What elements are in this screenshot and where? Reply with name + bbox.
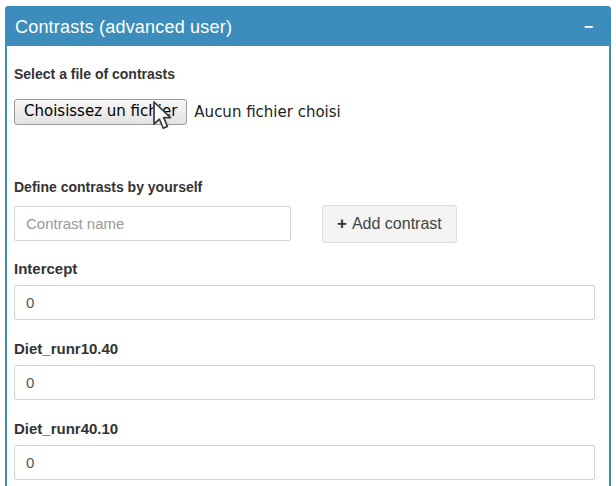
file-input: Choisissez un fichier Aucun fichier choi…: [14, 99, 595, 125]
contrast-value-input-intercept[interactable]: [14, 285, 595, 320]
contrasts-panel: Contrasts (advanced user) − Select a fil…: [5, 6, 611, 486]
contrast-value-input-diet-runr10-40[interactable]: [14, 365, 595, 400]
file-section-label: Select a file of contrasts: [14, 66, 595, 82]
panel-body: Select a file of contrasts Choisissez un…: [7, 46, 609, 486]
contrast-field-label-diet-runr10-40: Diet_runr10.40: [14, 341, 595, 357]
define-section-label: Define contrasts by yourself: [14, 179, 595, 195]
contrast-field-label-diet-runr40-10: Diet_runr40.10: [14, 421, 595, 437]
panel-header: Contrasts (advanced user) −: [7, 8, 609, 46]
contrast-field-label-intercept: Intercept: [14, 261, 595, 277]
add-contrast-button[interactable]: + Add contrast: [322, 205, 457, 243]
panel-title: Contrasts (advanced user): [15, 17, 232, 38]
file-status-text: Aucun fichier choisi: [194, 103, 340, 121]
contrast-name-input[interactable]: [14, 206, 291, 241]
contrast-value-input-diet-runr40-10[interactable]: [14, 445, 595, 480]
collapse-button[interactable]: −: [580, 17, 597, 37]
choose-file-button[interactable]: Choisissez un fichier: [14, 99, 187, 125]
add-contrast-label: Add contrast: [352, 215, 442, 233]
define-row: + Add contrast: [14, 206, 595, 243]
minus-icon: −: [584, 18, 593, 35]
plus-icon: +: [337, 214, 347, 234]
